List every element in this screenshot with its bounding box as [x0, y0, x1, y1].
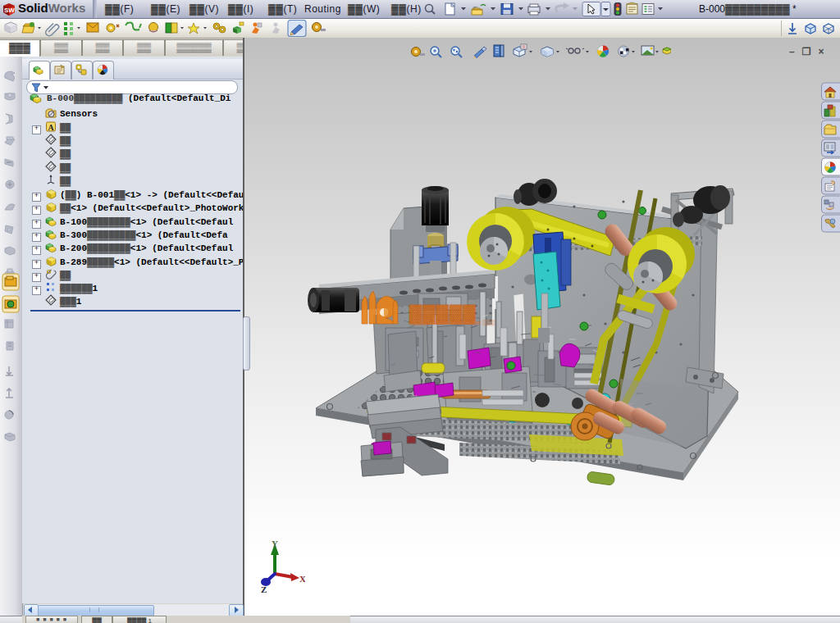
- svg-text:Z: Z: [261, 584, 267, 594]
- svg-text:SW: SW: [4, 7, 15, 14]
- svg-text:▒▒▒▒ uuu.zhizaoziliao.net ▒▒▒: ▒▒▒▒ uuu.zhizaoziliao.net ▒▒▒: [413, 320, 495, 326]
- svg-text:X: X: [299, 574, 305, 584]
- svg-text:Y: Y: [272, 539, 278, 548]
